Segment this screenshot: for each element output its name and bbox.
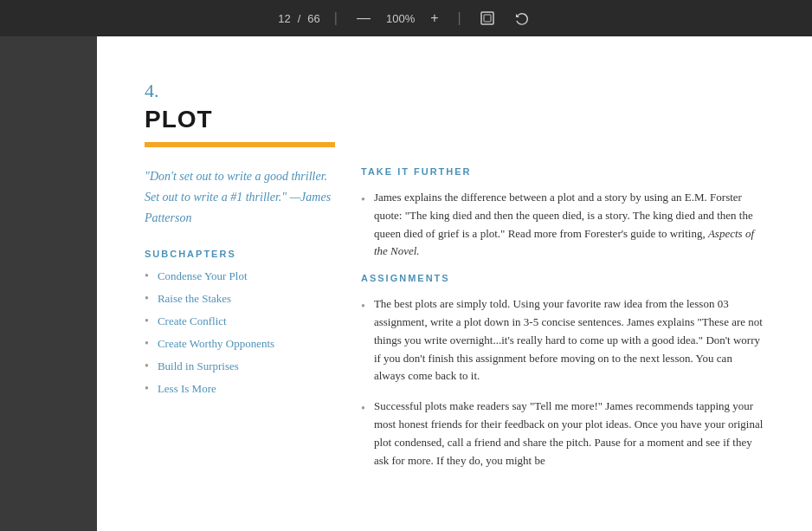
subchapter-label: Build in Surprises bbox=[158, 359, 239, 373]
zoom-level: 100% bbox=[386, 12, 415, 25]
left-gutter bbox=[0, 36, 97, 531]
take-it-further-heading: TAKE IT FURTHER bbox=[361, 166, 764, 177]
take-it-further-item: • James explains the difference between … bbox=[361, 189, 764, 261]
list-item[interactable]: Create Worthy Opponents bbox=[145, 337, 335, 351]
document-page: 4. PLOT "Don't set out to write a good t… bbox=[97, 36, 812, 531]
rotate-button[interactable] bbox=[510, 6, 534, 30]
list-item[interactable]: Raise the Stakes bbox=[145, 292, 335, 306]
page-navigation: 12 / 66 bbox=[278, 12, 320, 25]
chapter-quote: "Don't set out to write a good thriller.… bbox=[145, 166, 335, 228]
zoom-in-button[interactable]: + bbox=[425, 7, 443, 29]
list-item[interactable]: Build in Surprises bbox=[145, 359, 335, 373]
zoom-out-button[interactable]: — bbox=[351, 7, 376, 29]
sub-suffix: CHAPTERS bbox=[170, 249, 236, 259]
fit-page-icon bbox=[479, 10, 496, 27]
sub-prefix: SUB bbox=[145, 249, 170, 259]
assignments-heading: ASSIGNMENTS bbox=[361, 273, 764, 283]
current-page: 12 bbox=[278, 12, 290, 25]
main-area: 4. PLOT "Don't set out to write a good t… bbox=[0, 36, 812, 531]
take-it-further-text: James explains the difference between a … bbox=[374, 189, 764, 261]
toolbar: 12 / 66 | — 100% + | bbox=[0, 0, 812, 36]
assignment-item-2: • Successful plots make readers say "Tel… bbox=[361, 398, 764, 469]
chapter-accent-bar bbox=[145, 142, 335, 147]
zoom-out-icon: — bbox=[357, 10, 371, 26]
right-column: TAKE IT FURTHER • James explains the dif… bbox=[361, 166, 764, 482]
total-pages: 66 bbox=[307, 12, 319, 25]
subchapter-label: Condense Your Plot bbox=[158, 269, 248, 283]
bullet-dot: • bbox=[361, 297, 365, 316]
subchapter-label: Less Is More bbox=[158, 382, 216, 396]
fit-page-button[interactable] bbox=[475, 6, 499, 30]
subchapter-label: Create Worthy Opponents bbox=[158, 337, 274, 351]
svg-rect-0 bbox=[481, 12, 493, 24]
zoom-in-icon: + bbox=[430, 10, 438, 26]
chapter-number: 4. bbox=[145, 80, 764, 102]
separator-2: | bbox=[458, 10, 461, 26]
separator-1: | bbox=[334, 10, 338, 26]
subchapter-label: Raise the Stakes bbox=[158, 292, 231, 306]
two-column-layout: "Don't set out to write a good thriller.… bbox=[145, 166, 764, 482]
list-item[interactable]: Create Conflict bbox=[145, 314, 335, 328]
subchapter-list: Condense Your Plot Raise the Stakes Crea… bbox=[145, 269, 335, 396]
subchapters-heading: SUBCHAPTERS bbox=[145, 249, 335, 259]
subchapter-label: Create Conflict bbox=[158, 314, 227, 328]
assignment-text-2: Successful plots make readers say "Tell … bbox=[374, 398, 764, 469]
assignment-text-1: The best plots are simply told. Using yo… bbox=[374, 295, 764, 385]
rotate-icon bbox=[513, 10, 531, 27]
assignment-item-1: • The best plots are simply told. Using … bbox=[361, 295, 764, 385]
page-divider: / bbox=[298, 12, 301, 25]
svg-rect-1 bbox=[484, 15, 491, 22]
chapter-title: PLOT bbox=[145, 106, 764, 133]
left-column: "Don't set out to write a good thriller.… bbox=[145, 166, 335, 482]
bullet-dot: • bbox=[361, 191, 365, 210]
list-item[interactable]: Less Is More bbox=[145, 382, 335, 396]
bullet-dot: • bbox=[361, 399, 365, 418]
list-item[interactable]: Condense Your Plot bbox=[145, 269, 335, 283]
